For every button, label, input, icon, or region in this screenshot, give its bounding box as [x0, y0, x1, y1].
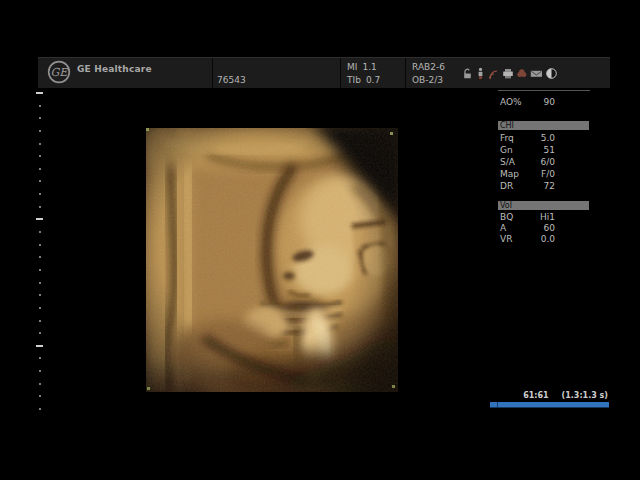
- mi-label: MI: [347, 62, 357, 72]
- ao-power-row: AO% 90: [498, 96, 556, 108]
- ruler-minor-tick: [39, 395, 41, 397]
- cine-frame-counter: 61:61: [523, 392, 548, 400]
- ruler-minor-tick: [39, 408, 41, 410]
- mi-readout: MI1.1: [347, 62, 377, 72]
- ruler-minor-tick: [39, 180, 41, 182]
- param-label: A: [500, 223, 506, 234]
- param-row-frq: Frq 5.0: [498, 132, 556, 144]
- param-value: 60: [544, 223, 555, 234]
- patient-id-section: 76543: [212, 58, 340, 88]
- cine-bar-notch: [497, 402, 498, 407]
- parameter-panel: AO% 90 CHI Frq 5.0 Gn 51 S/A 6/0 Map F/0…: [498, 90, 590, 245]
- ti-label: TIb: [347, 75, 361, 85]
- top-status-bar: GE GE Healthcare 76543 MI1.1 TIb0.7 RAB2…: [38, 57, 610, 88]
- ao-value: 90: [544, 96, 555, 108]
- param-label: DR: [500, 180, 513, 192]
- param-value: 6/0: [541, 156, 555, 168]
- param-value: 72: [544, 180, 555, 192]
- param-row-vr: VR 0.0: [498, 234, 556, 245]
- param-row-a: A 60: [498, 223, 556, 234]
- ruler-minor-tick: [39, 320, 41, 322]
- param-value: 0.0: [541, 234, 555, 245]
- cine-progress: 61:61 (1.3:1.3 s): [490, 392, 609, 408]
- param-label: Gn: [500, 144, 513, 156]
- ruler-major-tick: [36, 218, 43, 220]
- ruler-minor-tick: [39, 244, 41, 246]
- ti-value: 0.7: [366, 75, 380, 85]
- ruler-minor-tick: [39, 231, 41, 233]
- param-label: Frq: [500, 132, 514, 144]
- renderbox-corner-marker: [392, 385, 395, 388]
- status-icon-row: [462, 67, 558, 80]
- cine-progress-bar[interactable]: [490, 402, 609, 408]
- brand-section: GE GE Healthcare: [38, 58, 212, 88]
- svg-text:GE: GE: [51, 66, 70, 79]
- param-label: Map: [500, 168, 519, 180]
- cine-readout: 61:61 (1.3:1.3 s): [490, 392, 609, 400]
- ruler-minor-tick: [39, 130, 41, 132]
- ruler-major-tick: [36, 92, 43, 94]
- ruler-minor-tick: [39, 155, 41, 157]
- param-row-bq: BQ Hi1: [498, 212, 556, 223]
- param-row-dr: DR 72: [498, 180, 556, 192]
- preset-name: OB-2/3: [412, 75, 443, 85]
- ge-logo-icon: GE: [47, 60, 71, 88]
- ruler-minor-tick: [39, 269, 41, 271]
- param-label: S/A: [500, 156, 515, 168]
- param-label: VR: [500, 234, 512, 245]
- ruler-minor-tick: [39, 357, 41, 359]
- renderbox-corner-marker: [146, 128, 149, 131]
- param-label: BQ: [500, 212, 513, 223]
- ruler-minor-tick: [39, 117, 41, 119]
- ruler-minor-tick: [39, 332, 41, 334]
- ruler-minor-tick: [39, 143, 41, 145]
- brand-label: GE Healthcare: [77, 64, 152, 74]
- mail-icon: [530, 67, 543, 80]
- param-row-sa: S/A 6/0: [498, 156, 556, 168]
- renderbox-corner-marker: [390, 132, 393, 135]
- ruler-minor-tick: [39, 294, 41, 296]
- section-header-vol: Vol: [498, 201, 589, 210]
- ruler-minor-tick: [39, 383, 41, 385]
- trackball-icon: [516, 67, 528, 80]
- lock-open-icon: [462, 67, 473, 80]
- fetal-3d-render[interactable]: [146, 128, 398, 392]
- ruler-minor-tick: [39, 206, 41, 208]
- param-value: Hi1: [540, 212, 555, 223]
- param-row-map: Map F/0: [498, 168, 556, 180]
- vol-rows: BQ Hi1 A 60 VR 0.0: [498, 212, 590, 245]
- ultrasound-screen: GE GE Healthcare 76543 MI1.1 TIb0.7 RAB2…: [0, 0, 640, 480]
- mi-value: 1.1: [362, 62, 376, 72]
- ruler-major-tick: [36, 345, 43, 347]
- ruler-minor-tick: [39, 307, 41, 309]
- chi-rows: Frq 5.0 Gn 51 S/A 6/0 Map F/0 DR 72: [498, 132, 590, 192]
- ruler-minor-tick: [39, 282, 41, 284]
- ruler-minor-tick: [39, 105, 41, 107]
- printer-icon: [502, 67, 514, 80]
- section-header-chi: CHI: [498, 121, 589, 130]
- ruler-minor-tick: [39, 370, 41, 372]
- ti-readout: TIb0.7: [347, 75, 380, 85]
- param-value: F/0: [541, 168, 555, 180]
- patient-icon: [475, 67, 486, 80]
- patient-id: 76543: [217, 75, 246, 85]
- renderbox-corner-marker: [147, 387, 150, 390]
- ruler-minor-tick: [39, 193, 41, 195]
- panel-divider: [498, 90, 590, 91]
- ruler-minor-tick: [39, 168, 41, 170]
- param-value: 51: [544, 144, 555, 156]
- ao-label: AO%: [500, 96, 522, 108]
- depth-ruler: [36, 92, 46, 412]
- acoustic-index-section: MI1.1 TIb0.7: [340, 58, 405, 88]
- probe-section: RAB2-6 OB-2/3: [405, 58, 610, 88]
- param-value: 5.0: [541, 132, 555, 144]
- param-row-gn: Gn 51: [498, 144, 556, 156]
- ruler-minor-tick: [39, 256, 41, 258]
- wireless-icon: [488, 67, 500, 80]
- contrast-icon: [545, 67, 558, 80]
- cine-time-range: (1.3:1.3 s): [562, 392, 608, 400]
- probe-name: RAB2-6: [412, 62, 445, 72]
